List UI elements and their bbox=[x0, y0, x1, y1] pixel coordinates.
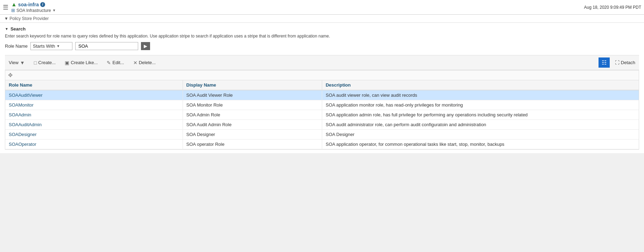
go-arrow-icon: ▶ bbox=[144, 43, 147, 49]
cell-role-name: SOAMonitor bbox=[5, 100, 183, 110]
create-like-label: Create Like... bbox=[71, 60, 98, 65]
grid-icon: ⊞ bbox=[11, 8, 15, 13]
col-controls: ✥ bbox=[5, 70, 639, 80]
cell-display-name: SOA Audit Viewer Role bbox=[183, 90, 322, 100]
role-name-label: Role Name bbox=[5, 43, 28, 49]
table-header-row: Role Name Display Name Description bbox=[5, 80, 639, 90]
table-row[interactable]: SOAAuditAdminSOA Audit Admin RoleSOA aud… bbox=[5, 120, 639, 130]
table-row[interactable]: SOAMonitorSOA Monitor RoleSOA applicatio… bbox=[5, 100, 639, 110]
top-header: ☰ ▲ soa-infra i ⊞ SOA Infrastructure ▼ A… bbox=[0, 0, 644, 15]
search-go-button[interactable]: ▶ bbox=[141, 42, 150, 50]
detach-label: Detach bbox=[621, 60, 635, 65]
app-sub-text: SOA Infrastructure bbox=[16, 8, 51, 13]
breadcrumb-triangle: ▼ bbox=[4, 16, 8, 21]
cell-role-name: SOAAuditViewer bbox=[5, 90, 183, 100]
search-input[interactable] bbox=[75, 42, 138, 50]
cell-display-name: SOA operator Role bbox=[183, 139, 322, 149]
table-row[interactable]: SOAAdminSOA Admin RoleSOA application ad… bbox=[5, 110, 639, 120]
cell-role-name: SOADesigner bbox=[5, 130, 183, 139]
create-label: Create... bbox=[38, 60, 56, 65]
app-sub: ⊞ SOA Infrastructure ▼ bbox=[11, 8, 56, 13]
search-description: Enter search keyword for role name to qu… bbox=[5, 34, 639, 39]
table-row[interactable]: SOADesignerSOA DesignerSOA Designer bbox=[5, 130, 639, 139]
toolbar: View ▼ □ Create... ▣ Create Like... ✎ Ed… bbox=[5, 55, 639, 70]
cell-description: SOA audit viewer role, can view audit re… bbox=[322, 90, 639, 100]
create-like-icon: ▣ bbox=[65, 60, 69, 66]
info-icon[interactable]: i bbox=[40, 2, 45, 7]
filter-type-value: Starts With bbox=[33, 43, 55, 49]
edit-button[interactable]: ✎ Edit... bbox=[103, 58, 128, 67]
filter-button[interactable]: ☷ bbox=[599, 57, 610, 68]
col-description: Description bbox=[322, 80, 639, 90]
app-dropdown-arrow-icon[interactable]: ▼ bbox=[52, 8, 56, 12]
create-button[interactable]: □ Create... bbox=[30, 58, 59, 67]
cell-display-name: SOA Designer bbox=[183, 130, 322, 139]
cell-display-name: SOA Monitor Role bbox=[183, 100, 322, 110]
col-role-name: Role Name bbox=[5, 80, 183, 90]
up-arrow-icon: ▲ bbox=[11, 1, 17, 8]
create-like-button[interactable]: ▣ Create Like... bbox=[61, 58, 101, 67]
app-name-text: soa-infra bbox=[18, 2, 39, 7]
detach-button[interactable]: ⛶ Detach bbox=[611, 58, 639, 67]
cell-description: SOA Designer bbox=[322, 130, 639, 139]
cell-description: SOA audit administrator role, can perfor… bbox=[322, 120, 639, 130]
cell-description: SOA application monitor role, has read-o… bbox=[322, 100, 639, 110]
table-row[interactable]: SOAAuditViewerSOA Audit Viewer RoleSOA a… bbox=[5, 90, 639, 100]
roles-table: Role Name Display Name Description SOAAu… bbox=[5, 80, 639, 149]
cell-role-name: SOAAdmin bbox=[5, 110, 183, 120]
filter-icon: ☷ bbox=[602, 59, 607, 66]
main-content: ▼ Search Enter search keyword for role n… bbox=[0, 23, 644, 153]
view-label: View bbox=[9, 60, 19, 65]
hamburger-icon[interactable]: ☰ bbox=[3, 4, 8, 11]
cell-description: SOA application operator, for common ope… bbox=[322, 139, 639, 149]
table-wrapper: ✥ Role Name Display Name Description SOA… bbox=[5, 70, 639, 150]
breadcrumb-bar: ▼ Policy Store Provider bbox=[0, 15, 644, 23]
delete-button[interactable]: ✕ Delete... bbox=[129, 58, 160, 67]
table-body: SOAAuditViewerSOA Audit Viewer RoleSOA a… bbox=[5, 90, 639, 149]
cell-description: SOA application admin role, has full pri… bbox=[322, 110, 639, 120]
search-row: Role Name Starts With ▼ ▶ bbox=[5, 42, 639, 50]
section-triangle-icon: ▼ bbox=[5, 27, 8, 31]
view-button[interactable]: View ▼ bbox=[5, 58, 29, 67]
cell-display-name: SOA Admin Role bbox=[183, 110, 322, 120]
col-display-name: Display Name bbox=[183, 80, 322, 90]
filter-type-dropdown[interactable]: Starts With ▼ bbox=[30, 42, 72, 50]
timestamp: Aug 18, 2020 9:09:49 PM PDT bbox=[584, 5, 641, 10]
section-title: Search bbox=[10, 26, 26, 32]
view-dropdown-icon: ▼ bbox=[20, 60, 25, 66]
cell-display-name: SOA Audit Admin Role bbox=[183, 120, 322, 130]
cell-role-name: SOAAuditAdmin bbox=[5, 120, 183, 130]
delete-icon: ✕ bbox=[133, 60, 137, 66]
delete-label: Delete... bbox=[139, 60, 156, 65]
app-name: ▲ soa-infra i bbox=[11, 1, 56, 8]
breadcrumb-label[interactable]: Policy Store Provider bbox=[9, 16, 49, 21]
dropdown-arrow-icon: ▼ bbox=[57, 44, 60, 48]
cell-role-name: SOAOperator bbox=[5, 139, 183, 149]
edit-label: Edit... bbox=[112, 60, 124, 65]
col-resize-icon[interactable]: ✥ bbox=[8, 72, 13, 79]
table-row[interactable]: SOAOperatorSOA operator RoleSOA applicat… bbox=[5, 139, 639, 149]
app-title-block: ▲ soa-infra i ⊞ SOA Infrastructure ▼ bbox=[11, 1, 56, 13]
search-section-header[interactable]: ▼ Search bbox=[5, 26, 639, 32]
create-icon: □ bbox=[34, 60, 37, 66]
detach-icon: ⛶ bbox=[615, 60, 620, 65]
edit-icon: ✎ bbox=[107, 60, 111, 66]
